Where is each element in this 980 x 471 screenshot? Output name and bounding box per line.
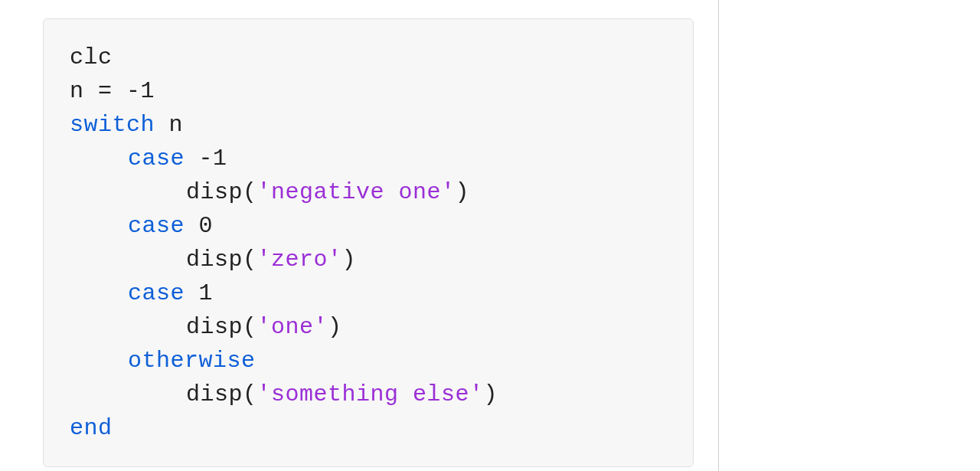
code-text: disp(	[186, 179, 257, 205]
keyword-case: case	[128, 280, 185, 306]
code-block-container: clc n = -1 switch n case -1 disp('negati…	[43, 18, 694, 467]
code-text: )	[484, 381, 498, 407]
code-text: n	[155, 112, 183, 138]
code-line: clc	[70, 41, 667, 74]
keyword-switch: switch	[70, 112, 155, 138]
code-text: disp(	[186, 381, 257, 407]
vertical-divider	[718, 0, 719, 471]
code-text: clc	[70, 44, 113, 70]
keyword-otherwise: otherwise	[128, 348, 256, 374]
string-literal: 'zero'	[257, 247, 342, 273]
code-text: )	[328, 314, 342, 340]
code-line: case -1	[70, 142, 667, 175]
code-text: 0	[185, 213, 213, 239]
code-line: end	[70, 411, 667, 445]
code-line: otherwise	[70, 344, 667, 378]
code-line: disp('negative one')	[70, 175, 667, 209]
code-line: case 1	[70, 276, 667, 310]
code-line: disp('something else')	[70, 378, 667, 411]
code-line: n = -1	[70, 74, 667, 108]
keyword-case: case	[128, 146, 185, 172]
string-literal: 'something else'	[257, 381, 484, 407]
keyword-end: end	[70, 415, 113, 441]
code-line: switch n	[70, 108, 667, 142]
code-line: disp('one')	[70, 310, 667, 344]
code-line: disp('zero')	[70, 243, 667, 276]
string-literal: 'one'	[257, 314, 328, 340]
code-line: case 0	[70, 209, 667, 243]
code-text: -1	[126, 78, 155, 104]
keyword-case: case	[128, 213, 185, 239]
code-text: -1	[185, 146, 227, 172]
code-text: )	[342, 247, 357, 273]
code-text: disp(	[186, 314, 257, 340]
code-text: disp(	[186, 247, 257, 273]
code-text: 1	[185, 280, 213, 306]
code-text: n =	[70, 78, 126, 104]
string-literal: 'negative one'	[257, 179, 456, 205]
code-text: )	[456, 179, 470, 205]
